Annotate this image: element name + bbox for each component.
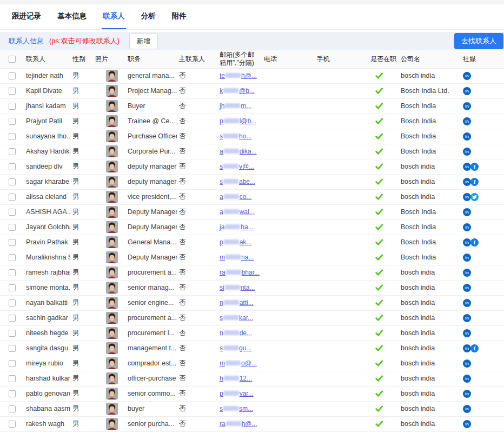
company-name: Bosch India <box>399 114 461 129</box>
employed-check-icon <box>375 268 383 277</box>
linkedin-icon[interactable]: in <box>463 314 471 322</box>
linkedin-icon[interactable]: in <box>463 390 471 398</box>
email-link[interactable]: natti... <box>220 299 254 307</box>
employed-cell <box>366 401 399 416</box>
email-link[interactable]: pvar... <box>220 390 254 397</box>
row-checkbox[interactable] <box>9 254 16 261</box>
row-select-cell <box>0 295 24 310</box>
find-contacts-button[interactable]: 去找联系人 <box>454 33 503 49</box>
email-link[interactable]: adika... <box>220 148 257 155</box>
row-checkbox[interactable] <box>9 209 16 216</box>
tab-contacts[interactable]: 联系人 <box>102 4 126 29</box>
email-link[interactable]: nde... <box>220 329 252 337</box>
email-link[interactable]: sinta... <box>220 284 255 291</box>
row-checkbox[interactable] <box>9 163 16 170</box>
linkedin-icon[interactable]: in <box>463 178 471 186</box>
col-social: 社媒 <box>461 50 504 68</box>
tab-follow-up-records[interactable]: 跟进记录 <box>11 4 42 29</box>
email-link[interactable]: aco... <box>220 193 251 201</box>
email-link[interactable]: teh@... <box>220 72 257 79</box>
email-link[interactable]: mo@... <box>220 359 257 367</box>
linkedin-icon[interactable]: in <box>463 359 471 368</box>
contact-photo <box>106 312 118 324</box>
row-checkbox[interactable] <box>9 88 16 95</box>
add-contact-button[interactable]: 新增 <box>129 34 158 49</box>
row-checkbox[interactable] <box>9 315 16 322</box>
row-checkbox[interactable] <box>9 194 16 201</box>
linkedin-icon[interactable]: in <box>463 375 471 383</box>
row-checkbox[interactable] <box>9 284 16 291</box>
row-checkbox[interactable] <box>9 405 16 412</box>
linkedin-icon[interactable]: in <box>463 163 471 171</box>
row-checkbox[interactable] <box>9 421 16 428</box>
email-link[interactable]: h12... <box>220 375 252 382</box>
email-link[interactable]: mna... <box>220 254 254 261</box>
select-all-checkbox[interactable] <box>9 56 16 63</box>
tab-basic-info[interactable]: 基本信息 <box>56 4 88 29</box>
row-checkbox[interactable] <box>9 330 16 337</box>
company-name: Bosch India <box>399 204 461 219</box>
row-checkbox[interactable] <box>9 390 16 397</box>
linkedin-icon[interactable]: in <box>463 193 471 201</box>
email-redacted-blur <box>226 361 241 365</box>
linkedin-icon[interactable]: in <box>463 405 471 413</box>
row-checkbox[interactable] <box>9 72 16 79</box>
email-link[interactable]: pak... <box>220 238 251 246</box>
facebook-icon[interactable]: f <box>470 344 479 352</box>
facebook-icon[interactable]: f <box>470 163 479 171</box>
email-link[interactable]: k@b... <box>220 87 255 95</box>
email-link[interactable]: jaha... <box>220 223 254 231</box>
linkedin-icon[interactable]: in <box>463 148 471 156</box>
linkedin-icon[interactable]: in <box>463 254 471 262</box>
row-select-cell <box>0 83 24 98</box>
email-link[interactable]: ssm... <box>220 405 253 412</box>
linkedin-icon[interactable]: in <box>463 269 471 277</box>
email-link[interactable]: sabe... <box>220 178 255 185</box>
facebook-icon[interactable]: f <box>470 178 479 186</box>
row-checkbox[interactable] <box>9 239 16 246</box>
linkedin-icon[interactable]: in <box>463 238 471 247</box>
row-checkbox[interactable] <box>9 299 16 307</box>
email-link[interactable]: awal... <box>220 208 255 216</box>
employed-check-icon <box>375 329 383 337</box>
row-checkbox[interactable] <box>9 224 16 231</box>
row-checkbox[interactable] <box>9 118 16 125</box>
row-checkbox[interactable] <box>9 375 16 382</box>
linkedin-icon[interactable]: in <box>463 299 471 307</box>
tab-analysis[interactable]: 分析 <box>140 4 157 29</box>
email-link[interactable]: sgu... <box>220 344 251 352</box>
row-checkbox[interactable] <box>9 360 16 367</box>
job-title: General Mana... <box>125 235 177 250</box>
linkedin-icon[interactable]: in <box>463 329 471 337</box>
row-checkbox[interactable] <box>9 345 16 352</box>
linkedin-icon[interactable]: in <box>463 208 471 216</box>
email-link[interactable]: rabhar... <box>220 269 260 276</box>
job-title: senior commo... <box>125 386 177 401</box>
email-cell: pvar... <box>217 386 262 401</box>
row-checkbox[interactable] <box>9 148 16 155</box>
email-link[interactable]: sho... <box>220 132 251 140</box>
row-checkbox[interactable] <box>9 269 16 276</box>
email-link[interactable]: sv@... <box>220 163 254 170</box>
linkedin-icon[interactable]: in <box>463 344 471 352</box>
row-checkbox[interactable] <box>9 178 16 185</box>
email-link[interactable]: skar... <box>220 314 253 322</box>
linkedin-icon[interactable]: in <box>463 102 471 110</box>
row-checkbox[interactable] <box>9 133 16 140</box>
gender-value: 男 <box>70 144 93 159</box>
linkedin-icon[interactable]: in <box>463 284 471 292</box>
row-checkbox[interactable] <box>9 103 16 110</box>
linkedin-icon[interactable]: in <box>463 132 471 141</box>
linkedin-icon[interactable]: in <box>463 117 471 125</box>
linkedin-icon[interactable]: in <box>463 72 471 80</box>
linkedin-icon[interactable]: in <box>463 420 471 428</box>
email-link[interactable]: rah@... <box>220 420 257 428</box>
email-link[interactable]: jhm... <box>220 102 251 110</box>
twitter-icon[interactable] <box>470 193 479 201</box>
email-link[interactable]: pl@b... <box>220 117 256 125</box>
tab-attachments[interactable]: 附件 <box>171 4 188 29</box>
linkedin-icon[interactable]: in <box>463 223 471 231</box>
facebook-icon[interactable]: f <box>470 238 479 247</box>
linkedin-icon[interactable]: in <box>463 87 471 95</box>
contact-name: Muralikrishna S <box>24 250 70 265</box>
